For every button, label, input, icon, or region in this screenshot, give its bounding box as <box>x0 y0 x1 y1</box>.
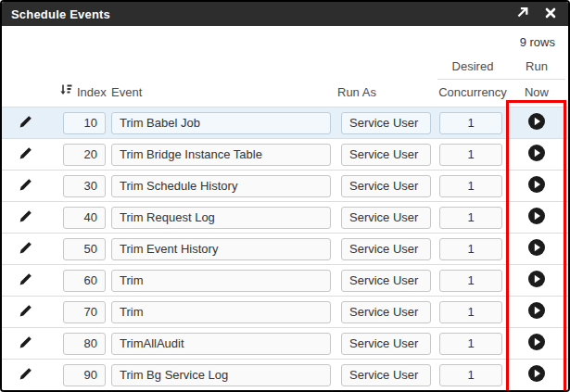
index-value: 70 <box>84 305 97 319</box>
edit-cell <box>7 107 59 138</box>
run-as-field[interactable]: Service User <box>341 333 431 355</box>
run-as-cell: Service User <box>337 328 437 359</box>
event-field[interactable]: Trim <box>111 270 331 292</box>
pencil-icon <box>19 367 32 384</box>
concurrency-cell: 1 <box>437 171 508 201</box>
concurrency-field[interactable]: 1 <box>439 301 502 323</box>
run-as-field[interactable]: Service User <box>341 112 431 134</box>
schedule-events-window: Schedule Events 9 rows <box>0 0 570 392</box>
run-as-field[interactable]: Service User <box>341 364 431 386</box>
run-now-cell <box>508 202 565 233</box>
event-field[interactable]: Trim Event History <box>111 238 331 260</box>
run-as-field[interactable]: Service User <box>341 270 431 292</box>
run-now-button[interactable] <box>527 364 546 386</box>
run-now-cell <box>508 139 565 170</box>
run-as-field[interactable]: Service User <box>341 144 431 166</box>
event-value: Trim Request Log <box>120 210 215 224</box>
play-circle-icon <box>527 144 546 165</box>
titlebar-actions <box>515 6 557 22</box>
concurrency-value: 1 <box>467 336 474 350</box>
edit-button[interactable] <box>7 178 32 195</box>
edit-cell <box>7 297 59 327</box>
index-field[interactable]: 10 <box>63 112 106 134</box>
run-as-field[interactable]: Service User <box>341 238 431 260</box>
edit-cell <box>7 171 59 201</box>
popout-button[interactable] <box>515 6 529 22</box>
run-now-button[interactable] <box>527 238 546 259</box>
run-now-button[interactable] <box>527 301 546 322</box>
run-now-button[interactable] <box>527 270 546 291</box>
index-field[interactable]: 60 <box>63 270 106 292</box>
edit-cell <box>7 265 59 296</box>
event-field[interactable]: Trim Bg Service Log <box>111 364 331 386</box>
run-now-button[interactable] <box>527 175 546 196</box>
concurrency-column-header: Desired Concurrency <box>437 53 508 107</box>
run-now-button[interactable] <box>527 112 546 133</box>
edit-button[interactable] <box>7 335 32 352</box>
play-circle-icon <box>527 175 546 196</box>
event-field[interactable]: TrimAllAudit <box>111 333 331 355</box>
index-field[interactable]: 30 <box>63 175 106 197</box>
concurrency-field[interactable]: 1 <box>439 333 502 355</box>
index-value: 80 <box>84 336 97 350</box>
index-column-label: Index <box>77 85 107 99</box>
edit-button[interactable] <box>7 209 32 226</box>
close-button[interactable] <box>544 6 557 22</box>
concurrency-cell: 1 <box>437 360 508 390</box>
index-field[interactable]: 80 <box>63 333 106 355</box>
edit-button[interactable] <box>7 367 32 384</box>
sort-button[interactable] <box>59 83 72 99</box>
run-as-cell: Service User <box>337 139 437 170</box>
concurrency-field[interactable]: 1 <box>439 364 502 386</box>
table-row: 80 TrimAllAudit Service User 1 <box>2 327 568 359</box>
edit-button[interactable] <box>7 272 32 289</box>
run-now-button[interactable] <box>527 144 546 165</box>
edit-button[interactable] <box>7 146 32 163</box>
run-as-value: Service User <box>349 179 418 193</box>
event-field[interactable]: Trim Schedule History <box>111 175 331 197</box>
run-as-field[interactable]: Service User <box>341 175 431 197</box>
concurrency-field[interactable]: 1 <box>439 270 502 292</box>
index-field[interactable]: 50 <box>63 238 106 260</box>
concurrency-cell: 1 <box>437 328 508 359</box>
concurrency-field[interactable]: 1 <box>439 112 502 134</box>
concurrency-field[interactable]: 1 <box>439 144 502 166</box>
event-value: Trim <box>120 305 144 319</box>
index-field[interactable]: 40 <box>63 207 106 229</box>
run-as-value: Service User <box>349 273 418 287</box>
concurrency-field[interactable]: 1 <box>439 207 502 229</box>
index-field[interactable]: 20 <box>63 144 106 166</box>
pencil-icon <box>19 178 32 195</box>
event-column-label: Event <box>111 85 142 99</box>
run-now-cell <box>508 328 565 359</box>
event-field[interactable]: Trim Request Log <box>111 207 331 229</box>
run-now-button[interactable] <box>527 333 546 354</box>
table-row: 30 Trim Schedule History Service User 1 <box>2 170 568 201</box>
window-title: Schedule Events <box>11 7 110 21</box>
index-value: 20 <box>84 147 97 161</box>
popout-arrow-icon <box>515 6 529 22</box>
run-as-field[interactable]: Service User <box>341 207 431 229</box>
index-field[interactable]: 90 <box>63 364 106 386</box>
edit-button[interactable] <box>7 304 32 321</box>
event-cell: Trim Event History <box>111 234 337 264</box>
play-circle-icon <box>527 207 546 228</box>
table-row: 90 Trim Bg Service Log Service User 1 <box>2 359 568 390</box>
concurrency-field[interactable]: 1 <box>439 238 502 260</box>
concurrency-value: 1 <box>467 116 474 130</box>
index-value: 30 <box>84 179 97 193</box>
pencil-icon <box>19 115 32 132</box>
event-value: Trim Event History <box>120 242 218 256</box>
run-as-field[interactable]: Service User <box>341 301 431 323</box>
edit-button[interactable] <box>7 115 32 132</box>
event-value: Trim Bridge Instance Table <box>120 147 262 161</box>
concurrency-field[interactable]: 1 <box>439 175 502 197</box>
run-as-value: Service User <box>349 210 418 224</box>
event-field[interactable]: Trim <box>111 301 331 323</box>
index-field[interactable]: 70 <box>63 301 106 323</box>
run-now-button[interactable] <box>527 207 546 228</box>
event-cell: Trim Request Log <box>111 202 337 233</box>
event-field[interactable]: Trim Babel Job <box>111 112 331 134</box>
event-field[interactable]: Trim Bridge Instance Table <box>111 144 331 166</box>
edit-button[interactable] <box>7 241 32 258</box>
